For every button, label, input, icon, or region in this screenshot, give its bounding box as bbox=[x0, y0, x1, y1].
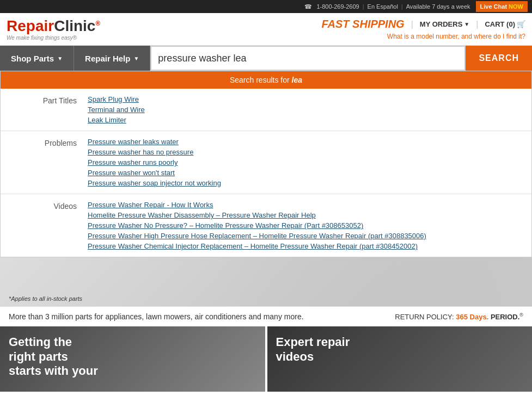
promo-row: Getting the right parts starts with your… bbox=[0, 326, 532, 392]
separator-1: | bbox=[363, 3, 364, 10]
live-chat-prefix: Live Chat bbox=[480, 3, 509, 10]
search-input[interactable] bbox=[150, 46, 466, 71]
return-days: 365 Days. bbox=[456, 313, 488, 321]
logo-registered: ® bbox=[95, 20, 100, 27]
promo-block-left[interactable]: Getting the right parts starts with your bbox=[0, 326, 267, 392]
link-runs-poorly[interactable]: Pressure washer runs poorly bbox=[88, 158, 221, 166]
logo-area[interactable]: RepairClinic® We make fixing things easy… bbox=[7, 17, 100, 41]
videos-links: Pressure Washer Repair - How It Works Ho… bbox=[88, 201, 426, 250]
link-soap-injector[interactable]: Pressure washer soap injector not workin… bbox=[88, 179, 221, 187]
link-video-1[interactable]: Pressure Washer Repair - How It Works bbox=[88, 201, 426, 209]
return-period: PERIOD. bbox=[491, 313, 519, 321]
link-video-5[interactable]: Pressure Washer Chemical Injector Replac… bbox=[88, 242, 426, 250]
problems-section: Problems Pressure washer leaks water Pre… bbox=[1, 131, 531, 194]
autocomplete-header-italic: lea bbox=[292, 76, 302, 84]
top-bar: 1-800-269-2609 | En Español | Available … bbox=[0, 0, 532, 13]
phone-number-area: 1-800-269-2609 bbox=[304, 3, 359, 10]
problems-links: Pressure washer leaks water Pressure was… bbox=[88, 138, 221, 187]
part-titles-section: Part Titles Spark Plug Wire Terminal and… bbox=[1, 89, 531, 131]
cart-icon: 🛒 bbox=[517, 20, 525, 28]
autocomplete-dropdown: Search results for lea Part Titles Spark… bbox=[0, 71, 532, 257]
videos-label: Videos bbox=[1, 201, 88, 250]
link-video-3[interactable]: Pressure Washer No Pressure? – Homelite … bbox=[88, 221, 426, 230]
phone-number: 1-800-269-2609 bbox=[316, 3, 359, 10]
chevron-down-icon: ▼ bbox=[464, 21, 469, 27]
header-separator-2: | bbox=[476, 20, 478, 29]
link-leaks-water[interactable]: Pressure washer leaks water bbox=[88, 138, 221, 146]
return-reg: ® bbox=[519, 312, 523, 318]
header-right: FAST SHIPPING | MY ORDERS ▼ | CART (0) 🛒… bbox=[100, 18, 525, 40]
autocomplete-header-text: Search results for bbox=[230, 76, 292, 84]
shop-parts-label: Shop Parts bbox=[11, 54, 54, 63]
link-terminal-wire[interactable]: Terminal and Wire bbox=[88, 106, 145, 114]
banner-background bbox=[213, 257, 532, 306]
promo-text-right: Expert repair videos bbox=[276, 335, 350, 364]
link-leak-limiter[interactable]: Leak Limiter bbox=[88, 116, 145, 124]
live-chat-now: NOW bbox=[509, 3, 523, 10]
promo-block-right[interactable]: Expert repair videos bbox=[267, 326, 533, 392]
banner-area: *Applies to all in-stock parts bbox=[0, 257, 532, 306]
logo: RepairClinic® bbox=[7, 17, 100, 35]
phone-icon bbox=[304, 3, 314, 10]
shop-parts-chevron: ▼ bbox=[57, 55, 63, 61]
promo-text-left: Getting the right parts starts with your bbox=[9, 335, 98, 378]
header: RepairClinic® We make fixing things easy… bbox=[0, 13, 532, 46]
logo-tagline: We make fixing things easy® bbox=[7, 35, 100, 41]
link-video-2[interactable]: Homelite Pressure Washer Disassembly – P… bbox=[88, 211, 426, 219]
repair-help-chevron: ▼ bbox=[133, 55, 139, 61]
espanol-link[interactable]: En Español bbox=[368, 3, 398, 10]
search-bar: SEARCH bbox=[150, 46, 532, 71]
videos-section: Videos Pressure Washer Repair - How It W… bbox=[1, 194, 531, 257]
problems-label: Problems bbox=[1, 138, 88, 187]
my-orders-link[interactable]: MY ORDERS ▼ bbox=[420, 20, 469, 28]
cart-link[interactable]: CART (0) 🛒 bbox=[485, 20, 525, 28]
repair-help-label: Repair Help bbox=[85, 54, 130, 63]
nav-bar: Shop Parts ▼ Repair Help ▼ SEARCH bbox=[0, 46, 532, 71]
link-no-pressure[interactable]: Pressure washer has no pressure bbox=[88, 148, 221, 156]
header-actions: FAST SHIPPING | MY ORDERS ▼ | CART (0) 🛒 bbox=[321, 18, 525, 30]
autocomplete-header: Search results for lea bbox=[1, 71, 531, 89]
header-separator: | bbox=[411, 20, 413, 29]
link-wont-start[interactable]: Pressure washer won't start bbox=[88, 169, 221, 177]
logo-repair: Repair bbox=[7, 17, 54, 34]
model-number-link[interactable]: What is a model number, and where do I f… bbox=[387, 33, 525, 40]
part-titles-label: Part Titles bbox=[1, 95, 88, 124]
part-titles-links: Spark Plug Wire Terminal and Wire Leak L… bbox=[88, 95, 145, 124]
shop-parts-nav[interactable]: Shop Parts ▼ bbox=[0, 46, 74, 71]
logo-clinic: Clinic bbox=[54, 17, 95, 34]
live-chat-button[interactable]: Live Chat NOW bbox=[476, 1, 528, 12]
link-video-4[interactable]: Pressure Washer High Pressure Hose Repla… bbox=[88, 232, 426, 240]
return-policy: RETURN POLICY: 365 Days. PERIOD.® bbox=[395, 312, 523, 321]
separator-2: | bbox=[401, 3, 403, 10]
fast-shipping-label: FAST SHIPPING bbox=[321, 18, 404, 30]
return-label: RETURN POLICY: bbox=[395, 313, 454, 321]
info-bar-text: More than 3 million parts for appliances… bbox=[9, 312, 304, 321]
info-bar: More than 3 million parts for appliances… bbox=[0, 306, 532, 326]
search-button[interactable]: SEARCH bbox=[466, 46, 532, 71]
link-spark-plug-wire[interactable]: Spark Plug Wire bbox=[88, 95, 145, 103]
availability-text: Available 7 days a week bbox=[406, 3, 470, 10]
banner-asterisk-note: *Applies to all in-stock parts bbox=[9, 295, 82, 302]
repair-help-nav[interactable]: Repair Help ▼ bbox=[74, 46, 150, 71]
